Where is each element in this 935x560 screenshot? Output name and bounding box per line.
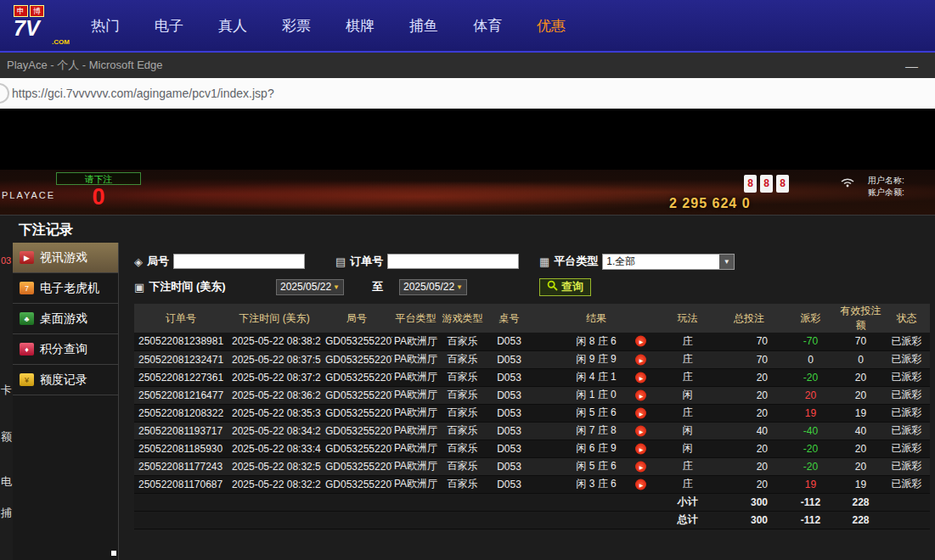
wifi-icon [839, 176, 856, 191]
play-button[interactable]: ▶ [635, 479, 646, 490]
jackpot-counter: 2 295 624 0 [669, 196, 751, 211]
cell-result: 闲 5 庄 6 ▶ [532, 457, 660, 475]
round-label: 局号 [147, 254, 169, 269]
cell-time: 2025-05-22 08:35:39 [228, 404, 321, 422]
panel-title: 下注记录 [0, 216, 935, 239]
nav-item[interactable]: 热门 [91, 16, 120, 36]
cell-payout: -20 [783, 368, 838, 386]
cell-table-no: D053 [486, 333, 532, 350]
column-header: 玩法 [660, 304, 715, 333]
cell-payout: 20 [783, 386, 838, 404]
table-header-row: 订单号 下注时间 (美东) 局号 平台类型 游戏类型 桌号 结果 玩法 总投注 … [134, 304, 930, 333]
play-button[interactable]: ▶ [635, 354, 646, 365]
play-button[interactable]: ▶ [635, 461, 646, 472]
cell-payout: 19 [783, 404, 838, 422]
order-input[interactable] [387, 254, 519, 269]
filter-row-2: ▣ 下注时间 (美东) 2025/05/22 ▼ 至 2025/05/22 ▼ [134, 277, 935, 297]
search-wrap: 查询 [539, 277, 591, 297]
cell-platform: PA欧洲厅 [392, 422, 439, 440]
game-strip: PLAYACE 请下注 0 2 295 624 0 888 用户名称:账户余额: [0, 170, 935, 215]
date-to-select[interactable]: 2025/05/22 ▼ [399, 279, 467, 295]
window-title: PlayAce - 个人 - Microsoft Edge [7, 58, 163, 73]
sidebar-item[interactable]: 7 电子老虎机 [13, 273, 118, 304]
result-text: 闲 7 庄 8 [576, 424, 616, 436]
bet-amount: 0 [56, 184, 141, 210]
cell-table-no: D053 [486, 368, 532, 386]
status-badge: 已派彩 [883, 422, 930, 440]
play-button[interactable]: ▶ [635, 336, 646, 347]
filter-row-1: ◈ 局号 ▤ 订单号 ▦ 平台类型 1.全部 ▼ [134, 251, 935, 272]
chevron-down-icon[interactable]: ▼ [719, 255, 734, 269]
cell-platform: PA欧洲厅 [392, 457, 439, 475]
summary-row: 小计 300 -112 228 [134, 493, 930, 511]
nav-item[interactable]: 优惠 [537, 16, 566, 36]
round-filter: ◈ 局号 [134, 251, 305, 272]
reload-icon[interactable] [0, 83, 9, 104]
cell-round: GD053255220TV [321, 333, 392, 350]
sidebar-item[interactable]: ▶ 视讯游戏 [13, 243, 118, 273]
date-from-select[interactable]: 2025/05/22 ▼ [276, 279, 344, 295]
cell-valid-bet: 19 [838, 404, 883, 422]
cell-game: 百家乐 [439, 475, 486, 493]
cell-table-no: D053 [486, 440, 532, 457]
column-header: 结果 [532, 304, 660, 333]
sidebar-item-icon: ▶ [20, 251, 34, 264]
table-summary: 小计 300 -112 228 总计 300 -112 228 [134, 493, 930, 529]
nav-item[interactable]: 捕鱼 [409, 16, 438, 36]
cell-result: 闲 9 庄 9 ▶ [532, 350, 660, 368]
cell-order-id: 250522081177243 [134, 457, 228, 475]
nav-item[interactable]: 彩票 [282, 16, 311, 36]
play-button[interactable]: ▶ [635, 372, 646, 383]
date-from-wrap: 2025/05/22 ▼ [276, 277, 344, 297]
nav-item[interactable]: 体育 [473, 16, 502, 36]
cell-result: 闲 4 庄 1 ▶ [532, 368, 660, 386]
cell-valid-bet: 20 [838, 440, 883, 457]
cell-order-id: 250522081238981 [134, 333, 228, 350]
sidebar-item[interactable]: ¥ 额度记录 [13, 365, 118, 395]
underlay-label: 额 [1, 429, 12, 445]
logo-badge-right: 博 [30, 5, 44, 17]
scroll-corner [111, 551, 116, 556]
cell-valid-bet: 19 [838, 475, 883, 493]
cell-total-bet: 20 [715, 386, 783, 404]
play-button[interactable]: ▶ [635, 425, 646, 436]
cell-valid-bet: 70 [838, 333, 883, 350]
table-row: 250522081216477 2025-05-22 08:36:25 GD05… [134, 386, 930, 404]
sidebar: ▶ 视讯游戏 7 电子老虎机 ♣ 桌面游戏 ♦ 积分查询 ¥ 额度记录 [13, 243, 119, 560]
underlay-label: 03 [1, 255, 11, 266]
address-bar[interactable]: https://gci.7vvvvvv.com/agingame/pcv1/in… [0, 78, 935, 109]
cell-round: GD053255220TT [321, 368, 392, 386]
cell-valid-bet: 40 [838, 422, 883, 440]
table-body: 250522081238981 2025-05-22 08:38:24 GD05… [134, 333, 930, 493]
sidebar-item-icon: ♣ [20, 312, 34, 325]
nav-item[interactable]: 棋牌 [346, 16, 375, 36]
sidebar-item-label: 电子老虎机 [40, 281, 99, 296]
search-button[interactable]: 查询 [539, 278, 591, 296]
play-button[interactable]: ▶ [635, 389, 646, 400]
play-button[interactable]: ▶ [635, 443, 646, 454]
column-header: 下注时间 (美东) [228, 304, 321, 333]
cell-payout: 19 [783, 475, 838, 493]
platform-select[interactable]: 1.全部 ▼ [602, 254, 735, 270]
sidebar-item-icon: 7 [20, 282, 34, 294]
cell-order-id: 250522081216477 [134, 386, 228, 404]
round-input[interactable] [173, 254, 305, 269]
cell-table-no: D053 [486, 350, 532, 368]
cell-result: 闲 8 庄 6 ▶ [532, 333, 660, 350]
nav-item[interactable]: 电子 [155, 16, 183, 36]
to-label-wrap: 至 [372, 277, 383, 297]
minimize-button[interactable]: — [905, 59, 918, 73]
cell-play: 庄 [660, 368, 715, 386]
sidebar-item-label: 额度记录 [40, 372, 87, 388]
platform-filter: ▦ 平台类型 1.全部 ▼ [539, 251, 735, 272]
sidebar-item[interactable]: ♦ 积分查询 [13, 334, 118, 365]
sidebar-item[interactable]: ♣ 桌面游戏 [13, 304, 118, 334]
cell-table-no: D053 [486, 386, 532, 404]
nav-item[interactable]: 真人 [218, 16, 247, 36]
cell-total-bet: 70 [715, 333, 783, 350]
platform-icon: ▦ [539, 255, 549, 268]
site-logo[interactable]: 申 博 7V .COM [14, 5, 70, 45]
cell-play: 庄 [660, 350, 715, 368]
play-button[interactable]: ▶ [635, 407, 646, 418]
playing-card: 8 [760, 175, 773, 193]
